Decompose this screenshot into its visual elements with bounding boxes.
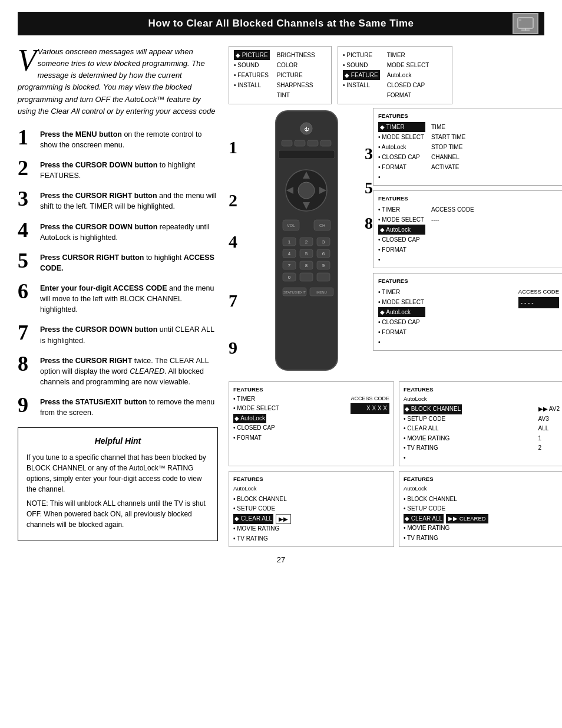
step-label-1: 1 xyxy=(229,137,237,157)
step-8-text: Press the CURSOR RIGHT twice. The CLEAR … xyxy=(40,353,218,387)
menu-f-sound: • SOUND xyxy=(343,62,368,68)
step-3-text: Press the CURSOR RIGHT button and the me… xyxy=(40,188,218,212)
menu-picture: ◆ PICTURE SOUND FEATURES INSTALL BRIGHTN… xyxy=(229,46,332,104)
step-4-number: 4 xyxy=(18,219,34,241)
menu-closed-cap-1: • CLOSED CAP xyxy=(378,154,420,160)
cleared-title: FEATURES xyxy=(404,475,560,484)
menu-features-autolock-content: • TIMER • MODE SELECT ◆ AutoLock • CLOSE… xyxy=(378,205,559,265)
step-6: 6 Enter your four-digit ACCESS CODE and … xyxy=(18,281,218,315)
m-timer: • TIMER xyxy=(233,396,255,402)
menu-al-autolock-highlighted: ◆ AutoLock xyxy=(378,225,425,235)
menu-block-content: ◆ BLOCK CHANNEL • SETUP CODE • CLEAR ALL… xyxy=(404,404,560,463)
menu-picture-inner: ◆ PICTURE SOUND FEATURES INSTALL BRIGHTN… xyxy=(234,50,326,100)
b-tv: • TV RATING xyxy=(404,444,438,451)
ca-movie: • MOVIE RATING xyxy=(233,525,279,532)
main-content: V Various onscreen messages will appear … xyxy=(18,46,544,541)
menu-feature-select: • PICTURE • SOUND ◆ FEATURE • INSTALL TI… xyxy=(338,46,452,104)
menu-feature-right: TIMERMODE SELECTAutoLockCLOSED CAPFORMAT xyxy=(387,50,429,100)
svg-rect-7 xyxy=(282,140,292,146)
step-label-9: 9 xyxy=(229,338,237,358)
menu-xxxx-items: • TIMER • MODE SELECT ◆ AutoLock • CLOSE… xyxy=(233,394,279,443)
menu-picture-highlighted: ◆ PICTURE xyxy=(234,50,270,60)
menu-c-bullet: • xyxy=(378,339,381,345)
cl-block: • BLOCK CHANNEL xyxy=(404,496,457,502)
step-7-text: Press the CURSOR DOWN button until CLEAR… xyxy=(40,322,218,345)
svg-text:3: 3 xyxy=(322,239,325,245)
menu-features-timer: FEATURES ◆ TIMER • MODE SELECT • AutoLoc… xyxy=(373,108,562,186)
hint-paragraph-2: NOTE: This will unblock ALL channels unt… xyxy=(27,498,209,530)
step-5-text: Press CURSOR RIGHT button to highlight A… xyxy=(40,250,218,274)
ca-block: • BLOCK CHANNEL xyxy=(233,496,287,502)
step-label-2: 2 xyxy=(229,190,237,210)
menu-features-autolock-title: FEATURES xyxy=(378,194,559,203)
step-6-text: Enter your four-digit ACCESS CODE and th… xyxy=(40,281,218,315)
hint-paragraph-1: If you tune to a specific channel that h… xyxy=(27,452,209,495)
menu-autolock-block-channel: FEATURES AutoLock ◆ BLOCK CHANNEL • SETU… xyxy=(399,381,562,466)
step-5-number: 5 xyxy=(18,250,34,271)
svg-text:1: 1 xyxy=(288,239,291,245)
ca-tv: • TV RATING xyxy=(233,535,268,542)
menu-c-format: • FORMAT xyxy=(378,329,406,335)
b-clearall: • CLEAR ALL xyxy=(404,425,439,431)
menu-autolock-clearall: FEATURES AutoLock • BLOCK CHANNEL • SETU… xyxy=(229,471,394,547)
top-menu-row: ◆ PICTURE SOUND FEATURES INSTALL BRIGHTN… xyxy=(229,46,562,104)
menu-block-sub: AutoLock xyxy=(404,394,560,404)
svg-text:9: 9 xyxy=(322,263,325,268)
svg-rect-11 xyxy=(279,150,335,159)
menu-block-items: ◆ BLOCK CHANNEL • SETUP CODE • CLEAR ALL… xyxy=(404,404,462,463)
remote-area: 1 2 4 7 9 ⏻ xyxy=(229,108,562,379)
xxxx-label: ACCESS CODE xyxy=(351,394,389,403)
menu-picture-right: BRIGHTNESSCOLORPICTURESHARPNESSTINT xyxy=(277,50,315,100)
step-overlays-left: 1 2 4 7 9 xyxy=(229,108,258,379)
menu-al-format: • FORMAT xyxy=(378,246,406,253)
step-3: 3 Press the CURSOR RIGHT button and the … xyxy=(18,188,218,212)
cl-tv: • TV RATING xyxy=(404,535,438,541)
b-movie: • MOVIE RATING xyxy=(404,435,449,442)
menu-al-bullet: • xyxy=(378,256,381,263)
menu-features-timer-content: ◆ TIMER • MODE SELECT • AutoLock • CLOSE… xyxy=(378,122,559,182)
menu-bullet-1: • xyxy=(378,174,381,180)
step-6-number: 6 xyxy=(18,281,34,302)
menu-features-code-content: • TIMER • MODE SELECT ◆ AutoLock • CLOSE… xyxy=(378,287,559,347)
svg-text:CH: CH xyxy=(319,223,325,228)
menu-access-xxxx: FEATURES • TIMER • MODE SELECT ◆ AutoLoc… xyxy=(229,381,394,466)
svg-rect-0 xyxy=(518,18,533,28)
menu-al-cc: • CLOSED CAP xyxy=(378,236,420,243)
step-8-number: 8 xyxy=(18,353,34,374)
svg-text:VOL: VOL xyxy=(287,223,295,228)
svg-rect-8 xyxy=(295,140,305,146)
menu-features-timer-items: ◆ TIMER • MODE SELECT • AutoLock • CLOSE… xyxy=(378,122,425,182)
step-4: 4 Press the CURSOR DOWN button repeatedl… xyxy=(18,219,218,243)
m-autolock-hl: ◆ AutoLock xyxy=(233,414,266,424)
menu-f-feature-highlighted: ◆ FEATURE xyxy=(343,70,380,80)
m-format: • FORMAT xyxy=(233,434,262,441)
bottom-bottom-menus: FEATURES AutoLock • BLOCK CHANNEL • SETU… xyxy=(229,471,562,547)
menu-picture-left: ◆ PICTURE SOUND FEATURES INSTALL xyxy=(234,50,270,100)
svg-rect-42 xyxy=(317,273,330,281)
step-3-number: 3 xyxy=(18,188,34,209)
menu-features-autolock: FEATURES • TIMER • MODE SELECT ◆ AutoLoc… xyxy=(373,190,562,268)
step-5: 5 Press CURSOR RIGHT button to highlight… xyxy=(18,250,218,274)
step-label-4: 4 xyxy=(229,232,237,252)
step-9-text: Press the STATUS/EXIT button to remove t… xyxy=(40,394,218,418)
svg-text:⏻: ⏻ xyxy=(304,127,309,132)
m-mode: • MODE SELECT xyxy=(233,405,279,411)
menu-c-autolock-hl: ◆ AutoLock xyxy=(378,307,425,317)
menu-xxxx-content: • TIMER • MODE SELECT ◆ AutoLock • CLOSE… xyxy=(233,394,389,443)
menu-features-code-dashes-title: FEATURES xyxy=(378,276,559,286)
b-bullet: • xyxy=(404,454,406,461)
svg-rect-9 xyxy=(308,140,318,146)
cl-clearall-row: ◆ CLEAR ALL ▶▶ CLEARED xyxy=(404,514,560,524)
remote-svg: ⏻ xyxy=(258,108,355,379)
page-title: How to Clear All Blocked Channels at the… xyxy=(148,18,414,29)
menu-al-timer: • TIMER xyxy=(378,206,400,213)
drop-cap: V xyxy=(18,48,37,73)
step-1: 1 Press the MENU button on the remote co… xyxy=(18,127,218,150)
menu-features-autolock-items: • TIMER • MODE SELECT ◆ AutoLock • CLOSE… xyxy=(378,205,425,265)
menu-f-picture: • PICTURE xyxy=(343,52,372,58)
menu-timer-right: TIMESTART TIMESTOP TIMECHANNELACTIVATE xyxy=(431,122,465,182)
left-column: V Various onscreen messages will appear … xyxy=(18,46,218,541)
menu-f-install: • INSTALL xyxy=(343,82,370,88)
svg-text:2: 2 xyxy=(305,239,308,245)
ca-clearall-row: ◆ CLEAR ALL ▶▶ xyxy=(233,514,389,525)
